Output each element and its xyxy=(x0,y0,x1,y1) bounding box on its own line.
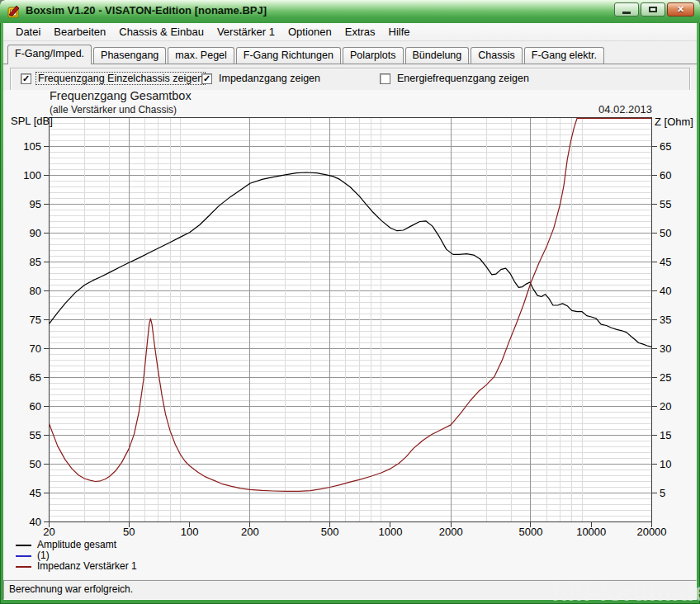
maximize-icon xyxy=(649,7,657,12)
maximize-button[interactable] xyxy=(641,2,665,17)
close-icon: ✕ xyxy=(677,3,684,16)
menu-item-extras[interactable]: Extras xyxy=(338,24,382,40)
option-bar: ✓Frequenzgang Einzelchassis zeigen✓Imped… xyxy=(10,68,690,91)
window-title: Boxsim V1.20 - VISATON-Edition [noname.B… xyxy=(26,4,267,19)
tab-polarplots[interactable]: Polarplots xyxy=(343,47,404,64)
status-text: Berechnung war erfolgreich. xyxy=(9,583,133,595)
watermark: hifi-forum.de xyxy=(552,578,700,604)
tab-f-gang-richtungen[interactable]: F-Gang Richtungen xyxy=(236,47,341,64)
chart-panel xyxy=(3,90,697,579)
menu-item-datei[interactable]: Datei xyxy=(9,24,47,40)
checkbox-unchecked-icon[interactable] xyxy=(380,73,390,84)
checkbox-frequenzgang-einzelchassis-zeigen[interactable]: ✓Frequenzgang Einzelchassis zeigen xyxy=(21,73,205,84)
checkbox-impedanzgang-zeigen[interactable]: ✓Impedanzgang zeigen xyxy=(201,73,322,84)
window-controls: ✕ xyxy=(612,2,694,17)
checkbox-checked-icon[interactable]: ✓ xyxy=(201,73,212,84)
minimize-icon xyxy=(622,12,631,14)
titlebar[interactable]: Boxsim V1.20 - VISATON-Edition [noname.B… xyxy=(0,0,700,23)
menu-item-optionen[interactable]: Optionen xyxy=(281,24,338,40)
tab-strip: F-Gang/Imped.Phasengangmax. PegelF-Gang … xyxy=(3,42,697,64)
tab-f-gang-imped[interactable]: F-Gang/Imped. xyxy=(7,45,92,64)
checkbox-label: Impedanzgang zeigen xyxy=(217,73,322,84)
checkbox-label: Frequenzgang Einzelchassis zeigen xyxy=(36,73,205,84)
menu-item-hilfe[interactable]: Hilfe xyxy=(382,24,417,40)
checkbox-checked-icon[interactable]: ✓ xyxy=(21,73,31,84)
menu-bar: DateiBearbeitenChassis & EinbauVerstärke… xyxy=(3,23,697,41)
menu-item-chassis-einbau[interactable]: Chassis & Einbau xyxy=(112,24,210,40)
tab-phasengang[interactable]: Phasengang xyxy=(93,47,166,64)
close-button[interactable]: ✕ xyxy=(667,2,694,17)
menu-item-verstarker-1[interactable]: Verstärker 1 xyxy=(210,24,281,40)
boxsim-app-icon xyxy=(7,5,21,19)
tab-bundelung[interactable]: Bündelung xyxy=(405,47,470,64)
minimize-button[interactable] xyxy=(614,2,639,17)
window-content: DateiBearbeitenChassis & EinbauVerstärke… xyxy=(3,23,697,600)
tab-chassis[interactable]: Chassis xyxy=(471,47,522,64)
checkbox-label: Energiefrequenzgang zeigen xyxy=(395,73,531,84)
app-window: Boxsim V1.20 - VISATON-Edition [noname.B… xyxy=(0,0,700,604)
checkbox-energiefrequenzgang-zeigen[interactable]: Energiefrequenzgang zeigen xyxy=(380,73,531,84)
tab-f-gang-elektr[interactable]: F-Gang elektr. xyxy=(524,47,604,64)
tab-max-pegel[interactable]: max. Pegel xyxy=(168,47,234,64)
menu-item-bearbeiten[interactable]: Bearbeiten xyxy=(47,24,112,40)
